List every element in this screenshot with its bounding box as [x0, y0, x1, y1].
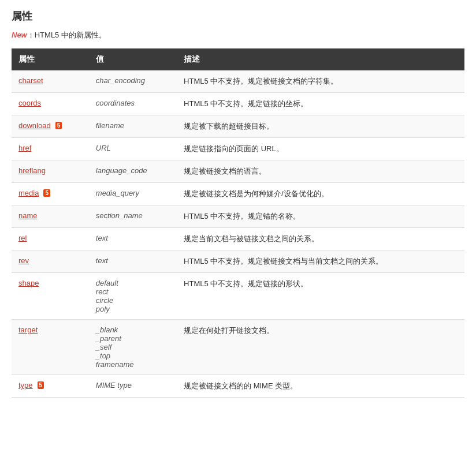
attr-cell: media5: [12, 183, 89, 205]
col-header-attr: 属性: [12, 48, 89, 70]
attr-link[interactable]: shape: [18, 279, 39, 287]
value-item: text: [96, 234, 170, 242]
attr-cell: hreflang: [12, 160, 89, 183]
new-badge: New: [12, 31, 27, 39]
attr-cell: download5: [12, 115, 89, 138]
value-cell: text: [89, 250, 177, 273]
value-item: text: [96, 256, 170, 265]
attr-link[interactable]: media: [18, 189, 39, 197]
col-header-desc: 描述: [177, 48, 464, 70]
attr-cell: type5: [12, 375, 89, 398]
attributes-table: 属性 值 描述 charsetchar_encodingHTML5 中不支持。规…: [12, 48, 464, 398]
table-row: charsetchar_encodingHTML5 中不支持。规定被链接文档的字…: [12, 70, 464, 93]
value-item: coordinates: [96, 99, 170, 107]
desc-cell: 规定在何处打开链接文档。: [177, 320, 464, 375]
value-item: _top: [96, 351, 170, 360]
attr-link[interactable]: download: [18, 121, 51, 130]
attr-cell: rel: [12, 228, 89, 250]
table-row: target_blank_parent_self_topframename规定在…: [12, 320, 464, 375]
table-header-row: 属性 值 描述: [12, 48, 464, 70]
col-header-value: 值: [89, 48, 177, 70]
desc-cell: 规定当前文档与被链接文档之间的关系。: [177, 228, 464, 250]
table-row: coordscoordinatesHTML5 中不支持。规定链接的坐标。: [12, 93, 464, 115]
value-item: framename: [96, 360, 170, 369]
attr-cell: shape: [12, 273, 89, 320]
value-item: _blank: [96, 325, 170, 334]
attr-cell: coords: [12, 93, 89, 115]
value-cell: URL: [89, 138, 177, 160]
desc-cell: HTML5 中不支持。规定被链接文档与当前文档之间的关系。: [177, 250, 464, 273]
desc-cell: HTML5 中不支持。规定被链接文档的字符集。: [177, 70, 464, 93]
attr-link[interactable]: name: [18, 211, 38, 220]
value-item: default: [96, 279, 170, 287]
desc-cell: 规定被链接文档的的 MIME 类型。: [177, 375, 464, 398]
attr-link[interactable]: rev: [18, 256, 29, 265]
value-cell: _blank_parent_self_topframename: [89, 320, 177, 375]
value-cell: defaultrectcirclepoly: [89, 273, 177, 320]
value-item: MIME type: [96, 381, 170, 390]
legend-text: ：HTML5 中的新属性。: [27, 31, 106, 39]
value-item: circle: [96, 296, 170, 305]
desc-cell: HTML5 中不支持。规定链接的形状。: [177, 273, 464, 320]
attr-link[interactable]: target: [18, 325, 38, 334]
desc-cell: 规定被链接文档是为何种媒介/设备优化的。: [177, 183, 464, 205]
value-item: URL: [96, 144, 170, 152]
table-row: revtextHTML5 中不支持。规定被链接文档与当前文档之间的关系。: [12, 250, 464, 273]
table-row: type5MIME type规定被链接文档的的 MIME 类型。: [12, 375, 464, 398]
value-item: language_code: [96, 166, 170, 175]
desc-cell: HTML5 中不支持。规定锚的名称。: [177, 205, 464, 228]
attr-link[interactable]: hreflang: [18, 166, 46, 175]
table-row: hrefURL规定链接指向的页面的 URL。: [12, 138, 464, 160]
table-row: hreflanglanguage_code规定被链接文档的语言。: [12, 160, 464, 183]
value-cell: section_name: [89, 205, 177, 228]
value-item: _self: [96, 343, 170, 351]
attr-cell: target: [12, 320, 89, 375]
value-cell: char_encoding: [89, 70, 177, 93]
value-item: section_name: [96, 211, 170, 220]
value-item: media_query: [96, 189, 170, 197]
attr-cell: href: [12, 138, 89, 160]
attr-link[interactable]: charset: [18, 76, 43, 85]
html5-icon: 5: [55, 122, 62, 129]
value-cell: MIME type: [89, 375, 177, 398]
attr-cell: charset: [12, 70, 89, 93]
value-cell: filename: [89, 115, 177, 138]
legend: New：HTML5 中的新属性。: [12, 30, 464, 40]
value-item: filename: [96, 121, 170, 130]
html5-icon: 5: [43, 189, 50, 197]
attr-link[interactable]: coords: [18, 99, 41, 107]
attr-link[interactable]: type: [18, 381, 33, 390]
desc-cell: 规定被下载的超链接目标。: [177, 115, 464, 138]
value-item: char_encoding: [96, 76, 170, 85]
value-item: _parent: [96, 334, 170, 343]
value-item: poly: [96, 305, 170, 313]
table-row: reltext规定当前文档与被链接文档之间的关系。: [12, 228, 464, 250]
attr-cell: rev: [12, 250, 89, 273]
desc-cell: 规定被链接文档的语言。: [177, 160, 464, 183]
table-row: download5filename规定被下载的超链接目标。: [12, 115, 464, 138]
desc-cell: HTML5 中不支持。规定链接的坐标。: [177, 93, 464, 115]
table-row: media5media_query规定被链接文档是为何种媒介/设备优化的。: [12, 183, 464, 205]
value-cell: text: [89, 228, 177, 250]
value-cell: media_query: [89, 183, 177, 205]
table-row: shapedefaultrectcirclepolyHTML5 中不支持。规定链…: [12, 273, 464, 320]
page-title: 属性: [12, 9, 464, 23]
value-cell: coordinates: [89, 93, 177, 115]
value-item: rect: [96, 287, 170, 296]
html5-icon: 5: [38, 381, 44, 389]
value-cell: language_code: [89, 160, 177, 183]
attr-cell: name: [12, 205, 89, 228]
attr-link[interactable]: href: [18, 144, 31, 152]
desc-cell: 规定链接指向的页面的 URL。: [177, 138, 464, 160]
attr-link[interactable]: rel: [18, 234, 27, 242]
table-row: namesection_nameHTML5 中不支持。规定锚的名称。: [12, 205, 464, 228]
